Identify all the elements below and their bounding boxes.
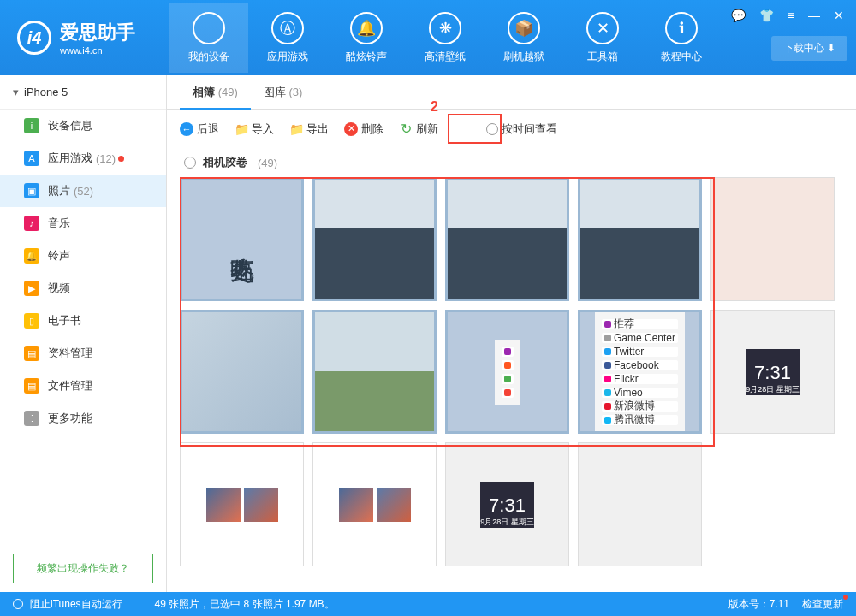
radio-icon	[486, 123, 498, 135]
photo-grid: 1 吃枣药丸 推荐Game CenterTwitterFacebookFlick…	[167, 177, 856, 592]
sidebar-item-更多功能[interactable]: ⋮更多功能	[0, 402, 166, 435]
photo-thumb[interactable]	[180, 442, 304, 566]
sidebar-icon: A	[24, 151, 39, 166]
status-bar: 阻止iTunes自动运行 49 张照片，已选中 8 张照片 1.97 MB。 版…	[0, 592, 856, 616]
itunes-block-toggle[interactable]	[13, 599, 23, 609]
photo-thumb[interactable]	[312, 442, 437, 566]
sidebar-item-铃声[interactable]: 🔔铃声	[0, 240, 166, 272]
sidebar-icon: ▣	[24, 183, 39, 198]
photo-thumb[interactable]	[312, 310, 437, 434]
nav-icon: 🔔	[350, 12, 383, 44]
sidebar-icon: 🔔	[24, 248, 39, 264]
refresh-icon: ↻	[399, 122, 413, 136]
sidebar-icon: ▤	[24, 378, 39, 394]
photo-thumb[interactable]	[445, 177, 569, 301]
sidebar: iPhone 5 i设备信息A应用游戏(12)▣照片(52)♪音乐🔔铃声▶视频▯…	[0, 75, 167, 592]
folder-in-icon: 📁	[235, 122, 248, 136]
import-button[interactable]: 📁导入	[235, 121, 274, 137]
selection-status: 49 张照片，已选中 8 张照片 1.97 MB。	[155, 597, 335, 612]
logo: i4 爱思助手 www.i4.cn	[0, 20, 152, 56]
sidebar-item-照片[interactable]: ▣照片(52)	[0, 175, 166, 207]
nav-icon: ℹ	[665, 12, 698, 44]
back-button[interactable]: ←后退	[180, 121, 219, 137]
skin-icon[interactable]: 👕	[756, 7, 777, 24]
feedback-icon[interactable]: 💬	[728, 7, 749, 24]
photo-thumb[interactable]	[180, 310, 304, 434]
photo-thumb[interactable]	[578, 177, 702, 301]
nav-icon: Ⓐ	[271, 12, 304, 44]
tab-相簿[interactable]: 相簿 (49)	[180, 75, 251, 110]
album-count: (49)	[258, 157, 277, 169]
nav-应用游戏[interactable]: Ⓐ应用游戏	[248, 3, 327, 73]
itunes-block-label: 阻止iTunes自动运行	[30, 597, 122, 612]
nav-我的设备[interactable]: 我的设备	[169, 3, 248, 73]
notification-dot	[118, 156, 124, 162]
tab-图库[interactable]: 图库 (3)	[251, 75, 316, 110]
photo-thumb[interactable]	[578, 442, 702, 566]
help-link[interactable]: 频繁出现操作失败？	[13, 554, 153, 583]
logo-icon: i4	[17, 21, 51, 55]
app-name: 爱思助手	[60, 20, 135, 45]
nav-icon: 📦	[508, 12, 540, 44]
photo-thumb[interactable]	[312, 177, 437, 301]
sidebar-item-设备信息[interactable]: i设备信息	[0, 110, 166, 142]
delete-icon: ✕	[344, 122, 358, 136]
download-center-button[interactable]: 下载中心 ⬇	[771, 36, 847, 61]
view-by-time-button[interactable]: 按时间查看	[486, 121, 557, 137]
sidebar-item-视频[interactable]: ▶视频	[0, 272, 166, 305]
photo-thumb[interactable]	[445, 310, 569, 434]
delete-button[interactable]: ✕删除	[344, 121, 383, 137]
menu-icon[interactable]: ≡	[784, 7, 798, 24]
nav-刷机越狱[interactable]: 📦刷机越狱	[484, 3, 563, 73]
app-url: www.i4.cn	[60, 45, 135, 56]
sidebar-icon: ▶	[24, 281, 39, 296]
close-icon[interactable]: ✕	[830, 7, 847, 24]
nav-icon: ❋	[429, 12, 461, 44]
photo-thumb[interactable]: 吃枣药丸	[180, 177, 304, 301]
sidebar-item-电子书[interactable]: ▯电子书	[0, 305, 166, 337]
select-all-radio[interactable]	[184, 157, 196, 169]
check-update-button[interactable]: 检查更新	[802, 597, 843, 612]
app-header: i4 爱思助手 www.i4.cn 我的设备Ⓐ应用游戏🔔酷炫铃声❋高清壁纸📦刷机…	[0, 0, 856, 75]
sidebar-icon: ♪	[24, 216, 39, 231]
sidebar-item-文件管理[interactable]: ▤文件管理	[0, 370, 166, 402]
export-button[interactable]: 📁导出	[289, 121, 329, 137]
nav-icon: ✕	[586, 12, 619, 44]
sidebar-icon: i	[24, 118, 39, 133]
photo-thumb[interactable]: 7:319月28日 星期三	[710, 310, 835, 434]
minimize-icon[interactable]: —	[805, 7, 823, 24]
sidebar-icon: ⋮	[24, 411, 39, 426]
version-label: 版本号：7.11	[728, 597, 789, 612]
photo-thumb[interactable]: 7:319月28日 星期三	[445, 442, 569, 566]
nav-酷炫铃声[interactable]: 🔔酷炫铃声	[327, 3, 406, 73]
sidebar-icon: ▤	[24, 346, 39, 361]
nav-高清壁纸[interactable]: ❋高清壁纸	[406, 3, 484, 73]
toolbar: 2 ←后退 📁导入 📁导出 ✕删除 ↻刷新 按时间查看	[167, 110, 856, 148]
album-section-header[interactable]: 相机胶卷 (49)	[167, 148, 856, 177]
sidebar-item-资料管理[interactable]: ▤资料管理	[0, 337, 166, 370]
nav-icon	[193, 12, 225, 44]
main-content: 相簿 (49)图库 (3) 2 ←后退 📁导入 📁导出 ✕删除 ↻刷新 按时间查…	[167, 75, 856, 592]
album-name: 相机胶卷	[203, 155, 247, 170]
photo-thumb[interactable]	[710, 177, 835, 301]
back-icon: ←	[180, 122, 193, 136]
sidebar-item-音乐[interactable]: ♪音乐	[0, 207, 166, 240]
sidebar-icon: ▯	[24, 313, 39, 329]
photo-thumb[interactable]: 推荐Game CenterTwitterFacebookFlickrVimeo新…	[578, 310, 702, 434]
content-tabs: 相簿 (49)图库 (3)	[167, 75, 856, 110]
window-controls: 💬 👕 ≡ — ✕	[728, 7, 847, 24]
folder-out-icon: 📁	[289, 122, 303, 136]
nav-教程中心[interactable]: ℹ教程中心	[642, 3, 721, 73]
device-selector[interactable]: iPhone 5	[0, 75, 166, 110]
refresh-button[interactable]: ↻刷新	[399, 121, 438, 137]
sidebar-item-应用游戏[interactable]: A应用游戏(12)	[0, 142, 166, 175]
annotation-2: 2	[431, 99, 438, 115]
nav-工具箱[interactable]: ✕工具箱	[563, 3, 642, 73]
